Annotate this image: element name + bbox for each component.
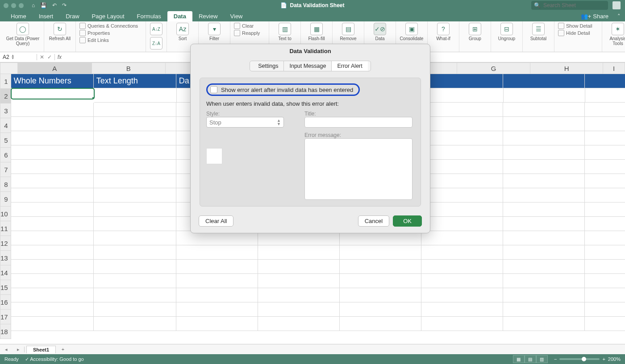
column-header[interactable]: A <box>18 62 92 74</box>
cell[interactable]: Text Length <box>94 74 176 88</box>
clear-all-button[interactable]: Clear All <box>199 215 233 227</box>
cell[interactable] <box>585 145 625 160</box>
cell[interactable] <box>11 231 94 245</box>
cell[interactable] <box>503 302 585 317</box>
cell[interactable] <box>258 260 340 274</box>
show-detail-button[interactable]: Show Detail <box>558 23 592 29</box>
cell[interactable] <box>94 274 176 288</box>
cell[interactable] <box>11 160 94 174</box>
what-if-button[interactable]: ?What-if <box>428 21 459 52</box>
row-header[interactable]: 4 <box>0 118 11 133</box>
cell[interactable] <box>176 274 258 288</box>
cell[interactable] <box>94 217 176 231</box>
cell[interactable] <box>585 117 625 131</box>
cell[interactable] <box>503 274 585 288</box>
zoom-controls[interactable]: − + 200% <box>554 356 621 362</box>
cell[interactable] <box>585 274 625 288</box>
row-header[interactable]: 16 <box>0 295 11 310</box>
show-error-alert-checkbox-row[interactable]: Show error alert after invalid data has … <box>206 83 360 96</box>
cell[interactable] <box>421 174 503 188</box>
cell[interactable] <box>421 317 503 331</box>
tab-home[interactable]: Home <box>4 11 33 21</box>
cell[interactable] <box>94 260 176 274</box>
row-header[interactable]: 7 <box>0 162 11 177</box>
cell[interactable] <box>340 245 421 260</box>
hide-detail-button[interactable]: Hide Detail <box>558 30 590 36</box>
cell[interactable] <box>11 174 94 188</box>
row-header[interactable]: 13 <box>0 251 11 265</box>
save-icon[interactable]: 💾 <box>40 2 47 8</box>
cell[interactable] <box>258 274 340 288</box>
cell[interactable] <box>258 288 340 302</box>
cell[interactable] <box>503 188 585 203</box>
zoom-icon[interactable] <box>19 3 24 8</box>
row-header[interactable]: 12 <box>0 236 11 251</box>
reapply-button[interactable]: Reapply <box>234 30 260 36</box>
sheet-scroll[interactable]: ◂▸ <box>0 347 25 352</box>
cell[interactable] <box>503 174 585 188</box>
scroll-right-icon[interactable]: ▸ <box>17 347 20 352</box>
cell[interactable] <box>421 74 503 88</box>
cell[interactable] <box>421 160 503 174</box>
cell[interactable] <box>11 145 94 160</box>
cell[interactable] <box>94 288 176 302</box>
search-input[interactable] <box>542 2 598 9</box>
cell[interactable] <box>585 302 625 317</box>
cell[interactable] <box>421 131 503 145</box>
cell[interactable] <box>421 302 503 317</box>
cell[interactable] <box>585 88 625 103</box>
cell[interactable] <box>585 160 625 174</box>
cell[interactable] <box>94 103 176 117</box>
cell[interactable] <box>94 145 176 160</box>
add-sheet-button[interactable]: + <box>58 347 67 352</box>
cell[interactable] <box>176 245 258 260</box>
cell[interactable] <box>503 131 585 145</box>
cell[interactable] <box>176 317 258 331</box>
tab-view[interactable]: View <box>224 11 249 21</box>
close-icon[interactable] <box>4 3 8 8</box>
tab-formulas[interactable]: Formulas <box>131 11 167 21</box>
window-controls[interactable] <box>0 3 24 8</box>
cell[interactable] <box>585 245 625 260</box>
clear-filter-button[interactable]: Clear <box>234 23 254 29</box>
cell[interactable] <box>94 88 177 103</box>
undo-icon[interactable]: ↶ <box>52 2 57 8</box>
zoom-value[interactable]: 200% <box>608 356 621 362</box>
cell[interactable] <box>340 260 421 274</box>
cell[interactable] <box>503 103 585 117</box>
cell[interactable] <box>421 274 503 288</box>
cell[interactable] <box>94 131 176 145</box>
tab-data[interactable]: Data <box>167 11 192 21</box>
cell[interactable] <box>421 188 503 203</box>
row-header[interactable]: 10 <box>0 207 11 221</box>
cell[interactable] <box>11 117 94 131</box>
cell[interactable] <box>503 117 585 131</box>
cell[interactable] <box>94 188 176 203</box>
cell[interactable] <box>11 88 94 99</box>
view-switcher[interactable]: ▦ ▤ ▥ <box>513 355 548 363</box>
cell[interactable] <box>11 260 94 274</box>
cancel-formula-icon[interactable]: ✕ <box>40 54 44 60</box>
column-header[interactable]: G <box>457 62 530 74</box>
cell[interactable] <box>11 288 94 302</box>
cell[interactable] <box>176 260 258 274</box>
page-layout-view-icon[interactable]: ▤ <box>525 355 536 363</box>
cell[interactable] <box>585 217 625 231</box>
cell[interactable] <box>421 203 503 217</box>
row-header[interactable]: 2 <box>0 89 11 103</box>
redo-icon[interactable]: ↷ <box>62 2 67 8</box>
row-header[interactable]: 1 <box>0 74 11 89</box>
cell[interactable] <box>94 160 176 174</box>
cell[interactable] <box>421 288 503 302</box>
dialog-tab-error-alert[interactable]: Error Alert <box>332 61 367 71</box>
cell[interactable] <box>585 317 625 331</box>
cell[interactable] <box>11 188 94 203</box>
dialog-tab-input-message[interactable]: Input Message <box>284 61 332 71</box>
cell[interactable] <box>11 131 94 145</box>
row-header[interactable]: 11 <box>0 221 11 236</box>
cell[interactable] <box>585 288 625 302</box>
row-header[interactable]: 3 <box>0 103 11 118</box>
show-error-alert-checkbox[interactable] <box>210 86 217 93</box>
page-break-view-icon[interactable]: ▥ <box>536 355 548 363</box>
style-select[interactable]: Stop ▲▼ <box>206 117 284 128</box>
